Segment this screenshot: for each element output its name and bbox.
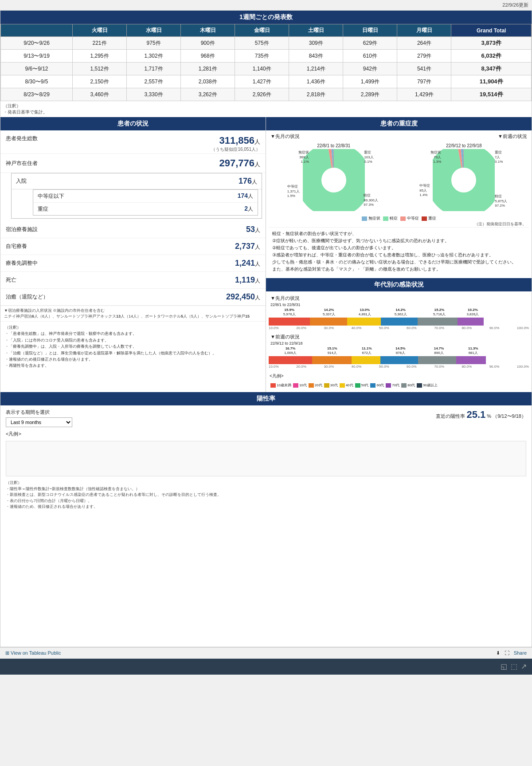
footer-bar: ⊞ View on Tableau Public ⬇ ⛶ Share bbox=[0, 647, 532, 659]
bar-seg-4-lm bbox=[418, 318, 457, 326]
age-last-week-label: ▼前週の状況 bbox=[269, 333, 529, 341]
severity-chart-note: （注）発病発症日日を基準。 bbox=[269, 221, 529, 227]
table-cell: 2,150件 bbox=[72, 75, 126, 88]
table-cell: 2,818件 bbox=[289, 88, 343, 101]
table-cell: 309件 bbox=[289, 37, 343, 50]
sev-label-mod-lw: 中等症85人1.4% bbox=[419, 183, 430, 197]
table-cell: 3,460件 bbox=[72, 88, 126, 101]
age-legend-box-0 bbox=[270, 383, 276, 388]
hospital-unit: 人 bbox=[252, 179, 257, 185]
sev-label-mild-lm: 軽症89,300人97.3% bbox=[364, 193, 378, 207]
legend-asymptomatic: 無症状 bbox=[362, 216, 380, 221]
axis-labels-lw: 10.0%20.0%30.0%40.0%50.0%60.0%70.0%80.0%… bbox=[269, 365, 529, 369]
table-cell: 3,330件 bbox=[127, 88, 181, 101]
sev-label-severe-lw: 重症7人0.1% bbox=[495, 150, 503, 164]
bar-seg-5-lm bbox=[458, 318, 484, 326]
age-seg-label-1: 14.2%5,337人 bbox=[310, 308, 347, 317]
legend-label-mild: 軽症 bbox=[390, 216, 398, 221]
recovered-value: 292,450 bbox=[226, 292, 255, 301]
table-row: 9/20〜9/26221件975件900件575件309件629件264件3,8… bbox=[1, 37, 532, 50]
age-seg-label-2: 13.0%4,891人 bbox=[348, 308, 382, 317]
last-week-pie bbox=[433, 149, 495, 211]
weekly-note: （注釈）・発表日基準で集計。 bbox=[0, 101, 532, 117]
age-seg-label-5: 10.2%3,826人 bbox=[460, 308, 486, 317]
last-month-pie bbox=[303, 149, 365, 211]
right-col: 患者の重症度 ▼先月の状況 ▼前週の状況 22/8/1 to 22/8/31 bbox=[266, 117, 532, 392]
share-label[interactable]: Share bbox=[514, 650, 527, 656]
tue-header: 火曜日 bbox=[72, 24, 126, 37]
death-label: 死亡 bbox=[6, 276, 16, 284]
patient-block: 患者発生総数 311,856人 （うち疑似症16,051人） 神戸市在住者 29… bbox=[0, 130, 266, 373]
age-legend-4: 40代 bbox=[340, 383, 353, 388]
bar-seg-1-lm bbox=[310, 318, 347, 326]
adjusting-row: 療養先調整中 1,241人 bbox=[0, 255, 266, 272]
death-value: 1,119 bbox=[235, 275, 255, 284]
two-col-section: 患者の状況 患者発生総数 311,856人 （うち疑似症16,051人） 神戸市… bbox=[0, 117, 532, 392]
age-legend-7: 70代 bbox=[386, 383, 399, 388]
weekly-section: 1週間ごとの発表数 火曜日 水曜日 木曜日 金曜日 土曜日 日曜日 月曜日 Gr… bbox=[0, 11, 532, 117]
severity-legend: 無症状 軽症 中等症 重症 bbox=[269, 216, 529, 221]
toolbar-icon-3[interactable]: ↗ bbox=[521, 662, 527, 671]
adjusting-unit: 人 bbox=[255, 261, 260, 267]
bar-seg-2-lm bbox=[347, 318, 381, 326]
severity-description: 軽症・無症状者の割合が多い状況ですが、 ②症状が軽いため、医療機関で受診せず、気… bbox=[269, 227, 529, 275]
positivity-header: 表示する期間を選択 Last 9 months Last 6 months La… bbox=[6, 409, 526, 427]
fri-header: 金曜日 bbox=[235, 24, 289, 37]
period-header bbox=[1, 24, 73, 37]
weekly-table: 火曜日 水曜日 木曜日 金曜日 土曜日 日曜日 月曜日 Grand Total … bbox=[0, 24, 532, 101]
table-cell: 264件 bbox=[397, 37, 451, 50]
age-seg-label-lw-5: 11.3%681人 bbox=[458, 346, 488, 355]
table-cell: 1,302件 bbox=[127, 50, 181, 63]
age-legend-box-4 bbox=[340, 383, 345, 388]
age-seg-label-lw-1: 15.1%914人 bbox=[313, 346, 352, 355]
table-cell: 1,140件 bbox=[235, 63, 289, 75]
updated-timestamp: 22/9/26更新 bbox=[502, 2, 528, 8]
download-icon[interactable]: ⬇ bbox=[496, 650, 500, 656]
age-last-month-label: ▼先月の状況 bbox=[269, 294, 529, 302]
total-unit: 人 bbox=[254, 138, 260, 145]
accommodation-unit: 人 bbox=[255, 227, 260, 233]
age-legend-box-1 bbox=[293, 383, 298, 388]
period-select-label: 表示する期間を選択 bbox=[6, 409, 72, 416]
table-cell: 3,262件 bbox=[181, 88, 235, 101]
period-select[interactable]: Last 9 months Last 6 months Last 3 month… bbox=[6, 417, 72, 427]
kobe-row: 神戸市在住者 297,776人 bbox=[0, 154, 266, 173]
fullscreen-icon[interactable]: ⛶ bbox=[505, 650, 509, 656]
tableau-link[interactable]: ⊞ View on Tableau Public bbox=[5, 650, 61, 656]
positivity-content: 表示する期間を選択 Last 9 months Last 6 months La… bbox=[0, 405, 532, 514]
table-cell: 1,214件 bbox=[289, 63, 343, 75]
age-legend-box-3 bbox=[324, 383, 329, 388]
table-cell: 942件 bbox=[343, 63, 397, 75]
total-value: 311,856 bbox=[219, 135, 254, 146]
table-cell: 975件 bbox=[127, 37, 181, 50]
kobe-label: 神戸市在住者 bbox=[6, 160, 38, 167]
table-cell: 1,436件 bbox=[289, 75, 343, 88]
home-value: 2,737 bbox=[235, 242, 255, 251]
recovered-unit: 人 bbox=[255, 295, 260, 301]
patient-notes: （注釈） ・「患者発生総数」は、神戸市発表分で退院・観察中の患者も含みます。 ・… bbox=[0, 321, 266, 372]
legend-label-moderate: 中等症 bbox=[407, 216, 419, 221]
age-bar-labels-lm: 15.9%5,976人 14.2%5,337人 13.0%4,891人 14.2… bbox=[269, 308, 529, 317]
table-row: 8/30〜9/52,150件2,557件2,038件1,427件1,436件1,… bbox=[1, 75, 532, 88]
recent-rate-value: 25.1 bbox=[466, 409, 485, 420]
age-last-week-period: 22/9/12 to 22/9/18 bbox=[269, 341, 529, 346]
legend-box-mild bbox=[383, 216, 388, 221]
grand-total-cell: 19,514件 bbox=[451, 88, 532, 101]
age-seg-label-lw-4: 14.7%890人 bbox=[420, 346, 458, 355]
recovered-row: 治癒（退院など） 292,450人 bbox=[0, 289, 266, 306]
age-legend-8: 80代 bbox=[401, 383, 415, 388]
sev-label-asymp-lw: 無症状79人1.3% bbox=[430, 150, 441, 164]
death-unit: 人 bbox=[255, 278, 260, 284]
toolbar-icon-1[interactable]: ◱ bbox=[501, 662, 507, 671]
legend-box-asymptomatic bbox=[362, 216, 367, 221]
recent-label: 直近の陽性率 bbox=[436, 413, 465, 419]
table-cell: 1,499件 bbox=[343, 75, 397, 88]
table-cell: 1,512件 bbox=[72, 63, 126, 75]
age-legend-3: 30代 bbox=[324, 383, 338, 388]
toolbar-icon-2[interactable]: ⬚ bbox=[511, 662, 517, 671]
hospital-row: 入院 176人 bbox=[12, 173, 262, 189]
table-cell: 900件 bbox=[181, 37, 235, 50]
table-cell: 610件 bbox=[343, 50, 397, 63]
table-cell: 1,427件 bbox=[235, 75, 289, 88]
severe-row: 重症 2人 bbox=[33, 203, 258, 215]
